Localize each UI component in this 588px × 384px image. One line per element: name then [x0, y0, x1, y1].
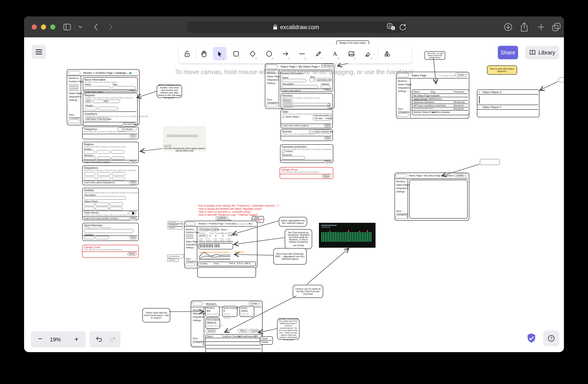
- status-page-toggle[interactable]: [95, 203, 109, 206]
- sidebar-item-status-page[interactable]: Status Page: [267, 75, 280, 78]
- incident-name[interactable]: API issue resulting to downtime: [414, 104, 446, 107]
- sidebar-item-monitors[interactable]: Monitors: [69, 77, 78, 79]
- monitor-row[interactable]: [282, 103, 331, 106]
- sidebar-item-docs[interactable]: Docs: [69, 114, 74, 116]
- help-button[interactable]: ?: [543, 330, 559, 346]
- row-status-page-name[interactable]: My Status Page: [414, 94, 430, 97]
- sidebar-item-docs[interactable]: Docs: [396, 210, 401, 212]
- region-toggle[interactable]: [84, 150, 95, 154]
- workspace-box[interactable]: [168, 221, 183, 224]
- integration-toggle[interactable]: [97, 172, 111, 175]
- status-page-toggle[interactable]: [84, 207, 95, 210]
- learn-more-link[interactable]: Learn more about regions: [84, 161, 110, 163]
- sidebar-item-changelog[interactable]: Changelog: [398, 111, 409, 113]
- otel-header-value-input[interactable]: [95, 236, 109, 239]
- monitor-row[interactable]: [282, 106, 331, 109]
- overflow-menu[interactable]: ···: [251, 222, 253, 224]
- sidebar-item-portfolio-page[interactable]: Portfolio Page: [186, 231, 199, 233]
- header-key-input[interactable]: [85, 107, 97, 110]
- sidebar-item-monitors[interactable]: Monitors: [186, 228, 194, 230]
- sidebar-item-settings[interactable]: Settings: [193, 319, 201, 322]
- learn-more-link[interactable]: Learn more about: [282, 89, 301, 92]
- sidebar-item-status-pages[interactable]: Status Pages: [193, 312, 206, 315]
- downloads-icon[interactable]: [503, 22, 513, 32]
- status-page-toggle[interactable]: [110, 203, 123, 206]
- protect-checkbox[interactable]: [282, 151, 284, 153]
- menu-item-edit[interactable]: Edit: [255, 216, 259, 219]
- status-page-toggle[interactable]: [109, 207, 123, 210]
- zoom-in-button[interactable]: +: [74, 335, 79, 343]
- favicon-input[interactable]: [321, 85, 330, 88]
- note-add-cards[interactable]: Add cards, e.g 'add status report with u…: [424, 51, 445, 60]
- sidebar-item-monitors[interactable]: Monitors: [398, 80, 407, 82]
- learn-more-link[interactable]: Learn more about integrations: [84, 181, 115, 184]
- sidebar-item-docs[interactable]: Docs: [398, 108, 403, 110]
- sidebar-item-portfolio-page[interactable]: Portfolio Page: [69, 80, 84, 83]
- sidebar-item-changelog[interactable]: Changelog: [267, 101, 278, 104]
- translate-icon[interactable]: Ax: [386, 22, 397, 32]
- integration-toggle[interactable]: [112, 177, 125, 180]
- sidebar-item-docs[interactable]: Docs: [186, 258, 191, 260]
- zoom-level[interactable]: 19%: [50, 336, 61, 343]
- forward-button[interactable]: [107, 22, 114, 32]
- monitor-checkbox[interactable]: [328, 103, 330, 105]
- note-area-chart[interactable]: Area Chart with Download, DNS,... aggreg…: [273, 248, 307, 265]
- region-toggle[interactable]: [84, 156, 96, 160]
- chevron-down-icon[interactable]: ∨: [479, 91, 480, 94]
- learn-more-link[interactable]: Learn more about public monitors: [84, 217, 119, 220]
- row-status-page-name[interactable]: Another Status Page: [414, 111, 435, 113]
- sidebar-item-monitors[interactable]: Monitors: [193, 309, 202, 311]
- tab-maintenance[interactable]: Maintenance: [429, 97, 442, 100]
- share-button[interactable]: Share: [498, 46, 518, 59]
- redo-button[interactable]: [108, 335, 117, 344]
- sidebar-item-monitors[interactable]: Monitors: [267, 72, 276, 74]
- region-toggle[interactable]: [111, 156, 124, 160]
- shapes-tool-icon[interactable]: [383, 50, 391, 58]
- sort-icon[interactable]: ⇅: [241, 263, 243, 265]
- description-input[interactable]: [282, 85, 318, 88]
- overflow-menu[interactable]: ···: [133, 71, 135, 74]
- note-new-monitor[interactable]: When creating a new monitor, only show t…: [157, 85, 182, 98]
- share-values-checkbox[interactable]: [282, 116, 285, 118]
- undo-button[interactable]: [94, 335, 104, 344]
- address-bar[interactable]: excalidraw.com: [187, 21, 405, 33]
- status-page-toggle[interactable]: [84, 203, 95, 206]
- otel-endpoint-input[interactable]: [84, 229, 133, 233]
- close-window-button[interactable]: [32, 24, 37, 30]
- sticky-status-reports[interactable]: How to deal with Status Reports?: [487, 65, 517, 75]
- menu-item-clone[interactable]: Clone: [261, 337, 268, 340]
- sidebar-item-status-pages[interactable]: Status Pages: [69, 92, 83, 95]
- sidebar-item-integrations[interactable]: Integrations: [193, 316, 205, 318]
- sidebar-item-settings[interactable]: Settings: [186, 247, 193, 249]
- encryption-shield-icon[interactable]: [526, 332, 537, 345]
- sidebar-item-integrations[interactable]: Integrations: [69, 95, 81, 98]
- row-overflow[interactable]: ···: [464, 94, 466, 96]
- name-input[interactable]: [282, 79, 306, 82]
- chevron-right-icon[interactable]: ›: [479, 106, 480, 108]
- slug-input[interactable]: [309, 78, 315, 81]
- tab-overview-icon[interactable]: [551, 21, 562, 33]
- integration-toggle[interactable]: [84, 177, 95, 180]
- menu-item-delete[interactable]: Delete: [261, 341, 268, 343]
- back-button[interactable]: [92, 22, 100, 32]
- sidebar-item-integrations[interactable]: Integrations: [398, 87, 410, 89]
- integration-toggle[interactable]: [97, 177, 111, 180]
- account-box[interactable]: [167, 254, 184, 258]
- description-input[interactable]: [84, 196, 126, 200]
- sidebar-item-settings[interactable]: Settings: [398, 90, 406, 92]
- sidebar-item-integrations[interactable]: Integrations: [267, 78, 279, 81]
- workspace-box[interactable]: [168, 224, 183, 227]
- sidebar-item-monitors[interactable]: Monitors: [396, 180, 405, 183]
- zoom-out-button[interactable]: −: [38, 335, 42, 343]
- name-input[interactable]: [84, 86, 111, 89]
- sidebar-item-changelog[interactable]: Changelog: [396, 213, 407, 215]
- overflow-menu[interactable]: ···: [532, 90, 535, 92]
- red-question-2[interactable]: How to display the timeline with 'failed…: [199, 207, 262, 210]
- region-toggle[interactable]: [96, 150, 110, 154]
- red-question-4[interactable]: How to deal with 'Response Logs' / 'Sett…: [199, 213, 258, 216]
- sidebar-item-status-pages[interactable]: Status Pages: [186, 241, 198, 243]
- share-page-icon[interactable]: [519, 21, 529, 33]
- red-question-3[interactable]: How to share on-demand vs. scheduled pin…: [199, 210, 252, 213]
- empty-label-box[interactable]: [480, 159, 500, 165]
- note-consider-removing[interactable]: Consider removing the percentiles here f…: [277, 319, 299, 340]
